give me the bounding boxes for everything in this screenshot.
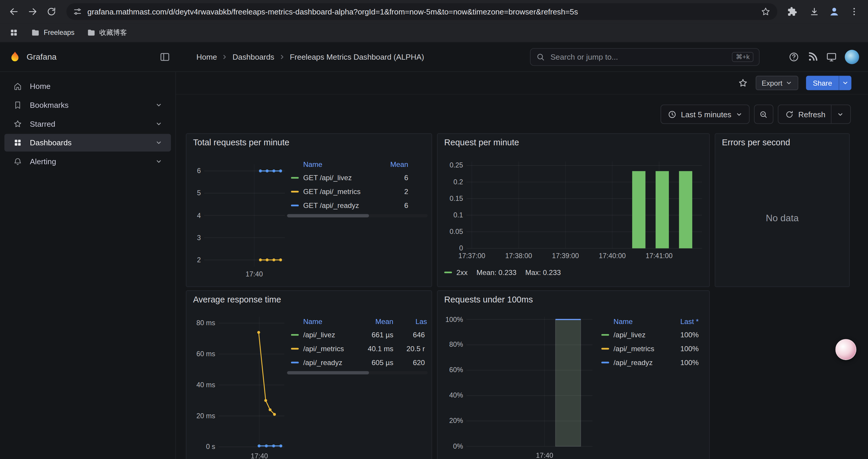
legend-row[interactable]: /api/_readyz605 µs620 [286, 356, 428, 369]
legend-max: Max: 0.233 [525, 268, 561, 276]
export-button[interactable]: Export [755, 76, 798, 90]
panel-title[interactable]: Errors per second [722, 138, 790, 148]
legend-row[interactable]: GET /api/_readyz6 [286, 198, 428, 212]
legend-col-mean[interactable]: Mean [390, 159, 408, 171]
person-icon [828, 6, 840, 18]
refresh-button[interactable]: Refresh [778, 104, 851, 124]
brand-name: Grafana [27, 42, 56, 71]
legend-scrollbar-thumb[interactable] [287, 371, 369, 374]
grafana-logo-icon[interactable] [9, 51, 21, 63]
panel-total-requests-per-minute: Total requests per minute 6543217:40 Nam… [186, 133, 432, 287]
back-button[interactable] [4, 2, 23, 21]
chart-canvas[interactable] [219, 317, 284, 447]
toolbar-right [783, 2, 864, 21]
panel-request-per-minute: Request per minute 0.250.20.150.10.05017… [437, 133, 710, 287]
sidebar-item-label: Home [30, 82, 51, 91]
request-per-minute-chart[interactable]: 0.250.20.150.10.05017:37:0017:38:0017:39… [438, 134, 709, 287]
share-menu-button[interactable] [839, 76, 851, 90]
legend-row[interactable]: /api/_livez661 µs646 [286, 328, 428, 342]
legend-col-last[interactable]: Last * [680, 316, 699, 328]
y-axis-label: 3 [186, 234, 201, 241]
profile-button[interactable] [827, 4, 841, 19]
chevron-down-icon[interactable] [155, 102, 162, 108]
legend-col-name[interactable]: Name [614, 316, 633, 328]
share-button[interactable]: Share [806, 76, 851, 90]
user-avatar[interactable] [845, 50, 859, 64]
chart-canvas[interactable] [466, 317, 593, 446]
bookmark-star-icon[interactable] [761, 6, 771, 17]
mega-menu-dock-icon[interactable] [159, 52, 170, 62]
chevron-down-icon[interactable] [155, 121, 162, 127]
bookmark-folder[interactable]: Freeleaps [27, 26, 79, 39]
favorite-star-icon[interactable] [738, 78, 748, 88]
series-last: 100% [680, 342, 699, 356]
rss-icon[interactable] [807, 52, 818, 62]
time-range-picker[interactable]: Last 5 minutes [660, 104, 750, 124]
legend-scrollbar[interactable] [286, 214, 428, 218]
legend-col-last[interactable]: Las [415, 316, 427, 328]
legend-row[interactable]: /api/_readyz100% [597, 356, 703, 369]
request-per-minute-legend[interactable]: 2xx Mean: 0.233 Max: 0.233 [444, 268, 561, 276]
apps-icon [13, 138, 22, 147]
help-icon[interactable] [788, 52, 799, 62]
main-area: Export Share Last 5 minutes [176, 72, 868, 459]
series-color-dash [291, 362, 299, 364]
legend-row[interactable]: /api/_metrics100% [597, 342, 703, 356]
series-name: /api/_metrics [303, 342, 344, 356]
reload-button[interactable] [42, 2, 61, 21]
series-color-dash [601, 334, 609, 336]
legend-scrollbar-thumb[interactable] [287, 214, 369, 218]
chart-canvas[interactable] [204, 164, 285, 266]
breadcrumb-item[interactable]: Home [196, 53, 217, 61]
search-input[interactable] [549, 52, 732, 62]
bookmark-folder[interactable]: 收藏博客 [82, 26, 131, 40]
bookmark-icon [13, 101, 22, 109]
grafana-header: Grafana HomeDashboardsFreeleaps Metrics … [0, 42, 868, 72]
y-axis-label: 5 [186, 189, 201, 197]
time-controls: Last 5 minutes Refresh [660, 104, 851, 124]
downloads-button[interactable] [805, 2, 824, 21]
extensions-button[interactable] [783, 2, 802, 21]
sidebar-item-alerting[interactable]: Alerting [4, 153, 171, 170]
sidebar-item-home[interactable]: Home [4, 77, 171, 95]
legend-mean: Mean: 0.233 [476, 268, 517, 276]
apps-shortcut-button[interactable] [6, 25, 21, 40]
apps-grid-icon [9, 28, 18, 37]
chevron-down-icon[interactable] [155, 139, 162, 146]
search-box[interactable]: ⌘+k [530, 48, 760, 66]
zoom-out-button[interactable] [754, 104, 773, 124]
browser-menu-button[interactable] [845, 2, 864, 21]
chevron-down-icon[interactable] [837, 111, 843, 117]
legend-col-name[interactable]: Name [303, 159, 322, 171]
chart-canvas[interactable] [466, 162, 702, 249]
sidebar-item-label: Alerting [30, 157, 56, 166]
legend-row[interactable]: /api/_metrics40.1 ms20.5 r [286, 342, 428, 356]
series-last: 100% [680, 356, 699, 369]
series-name: /api/_readyz [614, 356, 653, 369]
y-axis-label: 0 [438, 244, 463, 252]
dashboard-actions-row: Export Share [176, 72, 868, 95]
monitor-icon[interactable] [826, 52, 837, 62]
legend-row[interactable]: GET /api/_livez6 [286, 171, 428, 185]
forward-button[interactable] [23, 2, 42, 21]
legend-col-name[interactable]: Name [303, 316, 322, 328]
floating-avatar[interactable] [835, 339, 856, 360]
url-bar[interactable]: grafana.mathmast.com/d/deytv4rwavabkb/fr… [66, 3, 777, 20]
site-settings-icon[interactable] [73, 7, 82, 16]
legend-row[interactable]: /api/_livez100% [597, 328, 703, 342]
sidebar-item-dashboards[interactable]: Dashboards [4, 134, 171, 152]
legend-scrollbar[interactable] [286, 371, 428, 374]
chevron-down-icon[interactable] [155, 158, 162, 165]
y-axis-label: 0% [438, 442, 463, 450]
legend-col-mean[interactable]: Mean [375, 316, 393, 328]
legend-row[interactable]: GET /api/_metrics2 [286, 185, 428, 198]
series-color-dash [291, 348, 299, 350]
series-name[interactable]: 2xx [457, 268, 468, 276]
breadcrumb-item[interactable]: Dashboards [232, 53, 274, 61]
bookmarks-bar: Freeleaps收藏博客 [0, 23, 868, 43]
sidebar-item-bookmarks[interactable]: Bookmarks [4, 96, 171, 114]
sidebar-item-starred[interactable]: Starred [4, 115, 171, 133]
y-axis-label: 0.1 [438, 211, 463, 219]
series-last: 100% [680, 328, 699, 342]
home-icon [13, 82, 22, 91]
